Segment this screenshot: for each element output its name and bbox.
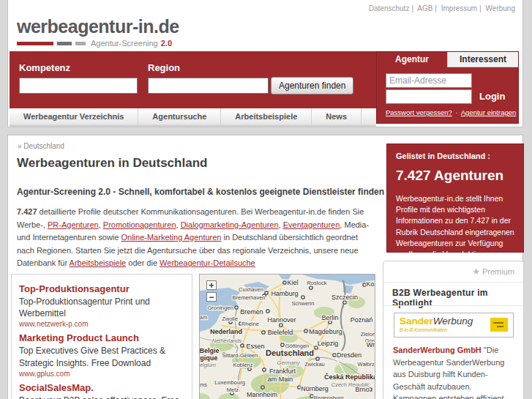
tab-interessent[interactable]: Interessent [447, 52, 518, 67]
agency-count: 7.427 Agenturen [396, 168, 514, 184]
svg-text:Dresden: Dresden [337, 351, 361, 359]
star-icon: ★ [472, 266, 480, 277]
link-werbung[interactable]: Werbung [486, 4, 515, 12]
intro-link[interactable]: Dialogmarketing-Agenturen [181, 220, 279, 229]
svg-text:Leipzig: Leipzig [318, 340, 339, 347]
link-impressum[interactable]: Impressum [441, 4, 477, 12]
svg-text:Szczecin: Szczecin [331, 294, 358, 301]
logo-tagline: Agentur-Screening [91, 39, 158, 48]
login-box: Agentur Interessent Login Passwort verge… [376, 51, 519, 124]
login-links: Passwort vergessen? · Agentur eintragen [386, 108, 516, 116]
svg-text:Kiel: Kiel [287, 279, 298, 286]
sander-werbung-logo[interactable]: SanderWerbung B-to-B Kommunikation [394, 313, 514, 338]
sander-logo-text: SanderWerbung [400, 316, 473, 327]
spotlight-description: SanderWerbung GmbH "Die Werbeagentur San… [393, 344, 516, 399]
svg-text:Deutschland: Deutschland [266, 348, 314, 357]
svg-text:Zielona: Zielona [361, 331, 375, 338]
svg-text:Netherlands: Netherlands [212, 338, 242, 344]
sander-logo-icon [490, 318, 508, 332]
svg-text:Wałbrzy: Wałbrzy [358, 361, 375, 368]
breadcrumb-deutschland[interactable]: Deutschland [23, 142, 64, 150]
premium-label: Premium [482, 267, 514, 276]
logo-version: 2.0 [161, 39, 172, 48]
intro-link[interactable]: Werbeagentur-Detailsuche [160, 258, 255, 267]
intro-link[interactable]: PR-Agenturen [48, 220, 99, 229]
svg-text:Belgie: Belgie [200, 347, 220, 354]
kompetenz-label: Kompetenz [19, 62, 70, 73]
svg-text:Nürnberg: Nürnberg [301, 385, 329, 392]
svg-text:lgique: lgique [200, 354, 217, 362]
sander-logo-subtitle: B-to-B Kommunikation [400, 327, 447, 332]
ad-title[interactable]: SocialSalesMap. [19, 382, 184, 393]
logo-bar-dark [57, 42, 72, 45]
svg-text:Wro: Wro [367, 341, 375, 348]
svg-text:Schwerin: Schwerin [292, 300, 315, 307]
intro-link[interactable]: Arbeitsbeispiele [70, 258, 127, 267]
login-button[interactable]: Login [479, 91, 505, 102]
nav-item-agentursuche[interactable]: Agentursuche [138, 108, 221, 124]
main-content: » Deutschland Werbeagenturen in Deutschl… [7, 135, 523, 399]
page-subtitle: Agentur-Screening 2.0 - Schnell, komfort… [17, 187, 384, 197]
svg-text:Česká Republika: Česká Republika [324, 373, 375, 381]
germany-map[interactable]: KielRostockKoCuxhavenHamburgBremerhavenS… [199, 274, 375, 399]
intro-link[interactable]: Eventagenturen [283, 220, 340, 229]
svg-text:am: am [200, 314, 207, 321]
breadcrumb: » Deutschland [18, 142, 64, 150]
svg-text:Hannover: Hannover [267, 316, 296, 324]
region-input[interactable] [148, 78, 269, 94]
nav-item-news[interactable]: News [312, 108, 361, 124]
find-agencies-button[interactable]: Agenturen finden [271, 77, 353, 94]
logo-title: werbeagentur-in.de [17, 18, 179, 36]
ad-url[interactable]: www.netzwerk-p.com [19, 320, 184, 328]
ad-body: Top Executives Give Best Practices & Str… [19, 345, 184, 368]
link-separator: | [435, 4, 437, 12]
intro-link[interactable]: Promotionagenturen [103, 220, 176, 229]
ad-title[interactable]: Top-Produktionsagentur [19, 283, 184, 294]
ad-title[interactable]: Marketing Product Launch [19, 332, 184, 343]
region-label: Region [148, 62, 180, 73]
listed-in-germany-box: Gelistet in Deutschland : 7.427 Agenture… [386, 143, 524, 253]
logo-bar-red [17, 42, 53, 45]
main-nav: Werbeagentur Verzeichnis Agentursuche Ar… [10, 108, 376, 124]
register-agency-link[interactable]: Agentur eintragen [461, 108, 517, 116]
svg-text:Nederland: Nederland [210, 328, 242, 335]
link-datenschutz[interactable]: Datenschutz [369, 4, 410, 12]
ads-box: Top-Produktionsagentur Top-Produktionsag… [11, 274, 192, 399]
site-logo[interactable]: werbeagentur-in.de Agentur-Screening 2.0 [17, 18, 179, 48]
ad-url[interactable]: www.gplus.com [19, 370, 184, 378]
tab-agentur[interactable]: Agentur [377, 52, 447, 67]
svg-text:Zwolle: Zwolle [222, 316, 238, 322]
svg-text:Brno: Brno [355, 386, 369, 393]
map-zoom-out-button[interactable]: − [206, 292, 217, 302]
spotlight-company-link[interactable]: SanderWerbung GmbH [393, 346, 482, 354]
svg-text:Bremerhaven: Bremerhaven [232, 294, 265, 301]
page: Datenschutz| AGB| Impressum| Werbung wer… [0, 0, 532, 399]
logo-bar-light [75, 42, 86, 45]
svg-text:elgium: elgium [200, 362, 216, 368]
link-separator: | [411, 4, 413, 12]
nav-item-verzeichnis[interactable]: Werbeagentur Verzeichnis [10, 108, 138, 124]
nav-item-arbeitsbeispiele[interactable]: Arbeitsbeispiele [221, 108, 312, 124]
svg-text:am Main: am Main [268, 376, 293, 383]
svg-text:Poznań: Poznań [351, 316, 373, 324]
top-utility-links: Datenschutz| AGB| Impressum| Werbung [369, 4, 515, 12]
divider [383, 282, 523, 283]
intro-link[interactable]: Online-Marketing Agenturen [121, 233, 222, 242]
premium-badge: ★Premium [472, 266, 514, 277]
kompetenz-input[interactable] [19, 78, 138, 94]
map-zoom-in-button[interactable]: + [206, 280, 217, 290]
forgot-password-link[interactable]: Passwort vergessen? [386, 108, 452, 116]
divider [383, 305, 523, 306]
svg-text:Sittard-Geleen: Sittard-Geleen [222, 352, 258, 359]
ad-body: Boost your B2B sales effectiveness. Free… [19, 395, 184, 399]
svg-text:Groningen: Groningen [207, 305, 233, 311]
intro-paragraph: 7.427 detaillierte Profile deutscher Kom… [17, 206, 377, 270]
svg-text:Luxembourg: Luxembourg [214, 379, 245, 386]
email-field[interactable] [386, 73, 472, 88]
password-field[interactable] [386, 89, 472, 104]
map-image: KielRostockKoCuxhavenHamburgBremerhavenS… [200, 275, 375, 399]
svg-text:Ko: Ko [366, 280, 374, 288]
login-tabs: Agentur Interessent [377, 52, 518, 67]
link-agb[interactable]: AGB [417, 4, 432, 12]
listed-heading: Gelistet in Deutschland : [396, 152, 514, 160]
